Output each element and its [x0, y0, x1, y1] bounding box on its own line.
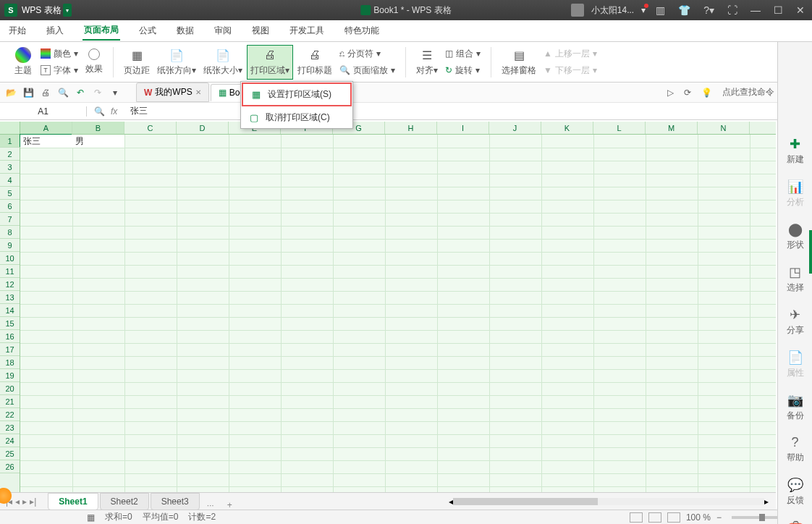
set-printarea-item[interactable]: ▦ 设置打印区域(S) [242, 83, 352, 106]
close-button[interactable]: ✕ [793, 3, 808, 17]
col-header-I[interactable]: I [437, 122, 489, 134]
col-header-D[interactable]: D [177, 122, 229, 134]
row-header-5[interactable]: 5 [0, 187, 20, 200]
row-header-6[interactable]: 6 [0, 200, 20, 213]
sheet-tab-Sheet2[interactable]: Sheet2 [100, 493, 149, 510]
page-view-button[interactable] [648, 512, 661, 523]
sheets-more[interactable]: ··· [201, 500, 220, 510]
row-header-14[interactable]: 14 [0, 304, 20, 317]
qat-dropdown-icon[interactable]: ▾ [109, 86, 122, 99]
formula-input[interactable]: 张三 [124, 105, 812, 117]
row-header-2[interactable]: 2 [0, 148, 20, 161]
col-header-L[interactable]: L [593, 122, 646, 134]
sheet-prev-icon[interactable]: ◂ [15, 496, 20, 507]
notification-icon[interactable]: ▾ [641, 5, 646, 15]
fx-icon[interactable]: fx [111, 106, 117, 117]
clear-printarea-item[interactable]: ▢ 取消打印区域(C) [241, 107, 352, 128]
menu-3[interactable]: 公式 [138, 22, 158, 40]
side-new[interactable]: ✚新建 [787, 136, 804, 166]
row-header-7[interactable]: 7 [0, 213, 20, 226]
theme-button[interactable]: 主题 [10, 45, 36, 80]
align-button[interactable]: ☰对齐▾ [413, 45, 441, 80]
col-header-J[interactable]: J [489, 122, 541, 134]
row-header-15[interactable]: 15 [0, 317, 20, 330]
menu-4[interactable]: 数据 [175, 22, 195, 40]
row-header-8[interactable]: 8 [0, 226, 20, 239]
col-header-H[interactable]: H [385, 122, 437, 134]
menu-0[interactable]: 开始 [7, 22, 28, 40]
orientation-button[interactable]: 📄纸张方向▾ [154, 45, 199, 80]
flag-icon[interactable]: ▷ [667, 88, 674, 98]
spreadsheet-grid[interactable]: ABCDEFGHIJKLMN 1234567891011121314151617… [0, 122, 776, 492]
row-header-10[interactable]: 10 [0, 252, 20, 265]
sheet-tab-Sheet3[interactable]: Sheet3 [151, 493, 200, 510]
rotate-button[interactable]: ↻旋转▾ [442, 63, 483, 78]
user-name[interactable]: 小太阳14... [591, 4, 634, 17]
break-view-button[interactable] [667, 512, 680, 523]
row-header-19[interactable]: 19 [0, 369, 20, 382]
hscroll-right-icon[interactable]: ▸ [764, 496, 769, 507]
side-tools[interactable]: 🧰工具 [787, 520, 804, 524]
menu-7[interactable]: 开发工具 [288, 22, 326, 40]
normal-view-button[interactable] [630, 512, 643, 523]
side-analyze[interactable]: 📊分析 [787, 179, 804, 208]
row-header-12[interactable]: 12 [0, 278, 20, 291]
help-icon[interactable]: ?▾ [701, 3, 717, 17]
col-header-M[interactable]: M [646, 122, 698, 134]
refresh-icon[interactable]: ⟳ [684, 88, 691, 98]
row-header-11[interactable]: 11 [0, 265, 20, 278]
cells-area[interactable]: 张三男 [20, 135, 776, 492]
fullscreen-icon[interactable]: ⛶ [724, 3, 740, 17]
row-header-3[interactable]: 3 [0, 161, 20, 174]
color-button[interactable]: 颜色▾ [38, 46, 81, 62]
group-button[interactable]: ◫组合▾ [442, 46, 483, 62]
side-select[interactable]: ◳选择 [787, 264, 804, 294]
row-header-18[interactable]: 18 [0, 356, 20, 369]
mywps-tab[interactable]: W我的WPS✕ [136, 83, 209, 102]
breaks-button[interactable]: ⎌分页符▾ [337, 46, 398, 62]
row-header-13[interactable]: 13 [0, 291, 20, 304]
add-sheet-button[interactable]: + [221, 500, 238, 510]
row-header-23[interactable]: 23 [0, 421, 20, 434]
col-header-K[interactable]: K [541, 122, 593, 134]
side-backup[interactable]: 📷备份 [787, 392, 804, 422]
row-header-22[interactable]: 22 [0, 408, 20, 421]
undo-icon[interactable]: ↶ [74, 86, 87, 99]
row-header-24[interactable]: 24 [0, 434, 20, 447]
print-icon[interactable]: 🖨 [39, 86, 52, 99]
open-icon[interactable]: 📂 [4, 86, 17, 99]
fx-search-icon[interactable]: 🔍 [94, 106, 105, 117]
row-header-9[interactable]: 9 [0, 239, 20, 252]
side-prop[interactable]: 📄属性 [787, 350, 804, 379]
cell-A1[interactable]: 张三 [20, 135, 72, 148]
tab-close-icon[interactable]: ✕ [195, 88, 201, 96]
row-header-26[interactable]: 26 [0, 460, 20, 473]
col-header-A[interactable]: A [20, 122, 72, 134]
minimize-button[interactable]: — [748, 3, 764, 17]
row-header-16[interactable]: 16 [0, 330, 20, 343]
user-avatar-icon[interactable] [571, 4, 584, 17]
side-share[interactable]: ✈分享 [787, 307, 804, 337]
font-button[interactable]: T字体▾ [38, 63, 81, 78]
col-header-C[interactable]: C [124, 122, 177, 134]
cell-B1[interactable]: 男 [72, 135, 124, 148]
row-header-21[interactable]: 21 [0, 395, 20, 408]
side-help[interactable]: ?帮助 [787, 435, 804, 464]
sheet-tab-Sheet1[interactable]: Sheet1 [48, 493, 98, 510]
printarea-button[interactable]: 🖨打印区域▾ [247, 45, 293, 80]
skin-icon[interactable]: ▥ [653, 3, 668, 17]
col-header-B[interactable]: B [72, 122, 124, 134]
row-header-17[interactable]: 17 [0, 343, 20, 356]
row-header-25[interactable]: 25 [0, 447, 20, 460]
name-box[interactable]: A1 [0, 106, 87, 117]
menu-2[interactable]: 页面布局 [83, 21, 120, 41]
printtitle-button[interactable]: 🖨打印标题 [295, 45, 335, 80]
horizontal-scrollbar[interactable]: ◂ ▸ [449, 496, 769, 507]
row-header-4[interactable]: 4 [0, 174, 20, 187]
menu-1[interactable]: 插入 [45, 22, 65, 40]
row-header-20[interactable]: 20 [0, 382, 20, 395]
side-feedback[interactable]: 💬反馈 [787, 477, 804, 507]
scale-button[interactable]: 🔍页面缩放▾ [337, 63, 398, 78]
sheet-last-icon[interactable]: ▸| [30, 496, 36, 507]
shirt-icon[interactable]: 👕 [675, 3, 693, 17]
